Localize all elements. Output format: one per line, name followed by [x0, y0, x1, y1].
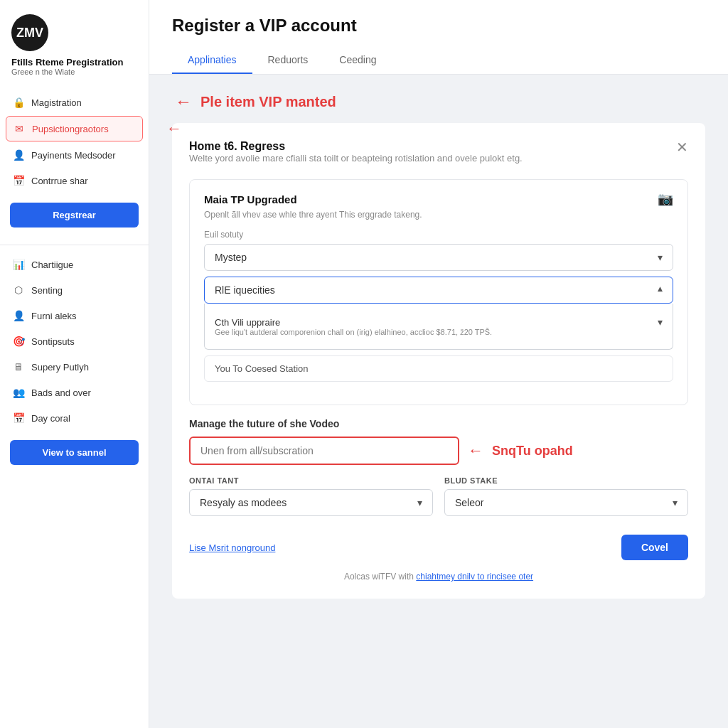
- hexagon-icon: ⬡: [13, 284, 24, 296]
- dropdown-rle-label: RlE iquecities: [215, 284, 275, 296]
- main-arrow-icon: ←: [175, 92, 192, 112]
- tab-applinaties[interactable]: Applinaties: [172, 47, 252, 74]
- two-col-fields: ONTAI TANT Resyaly as modees ▾ BLUD STAK…: [189, 476, 688, 522]
- upgrade-desc: Openlt ãll vhev ase whle thre ayent This…: [204, 210, 673, 220]
- bottom-note-text: Aolcas wiTFV with: [344, 572, 414, 582]
- logo-circle: ZMV: [11, 14, 48, 51]
- bottom-note: Aolcas wiTFV with chiahtmey dnilv to rin…: [189, 572, 688, 582]
- upgrade-box: Maia TP Upgraded 📷 Openlt ãll vhev ase w…: [189, 179, 688, 405]
- manage-label: Manage the tuture of she Vodeo: [189, 418, 688, 429]
- sidebar-divider: [0, 245, 149, 245]
- sidebar-item-sontipsuts[interactable]: 🎯 Sontipsuts: [6, 329, 143, 353]
- dropdown-option[interactable]: Cth Vili uppraire ▾ Gee liqu't autderal …: [215, 311, 663, 342]
- cal2-icon: 📅: [13, 412, 24, 424]
- sidebar-item-label: Chartiigue: [31, 259, 73, 270]
- field-label-ontai: ONTAI TANT: [189, 476, 433, 485]
- card-title-area: Home t6. Regress Welte yord avolie mare …: [189, 140, 523, 175]
- bottom-link[interactable]: chiahtmey dnilv to rincisee oter: [416, 572, 533, 582]
- option-label: Cth Vili uppraire: [215, 317, 280, 328]
- sidebar-item-label: Contrrue shar: [31, 176, 87, 186]
- tab-reduorts[interactable]: Reduorts: [252, 47, 324, 74]
- input-annotation-row: ← SnqTu opahd: [189, 437, 688, 465]
- sidebar-brand-sub: Greee n the Wiate: [11, 68, 75, 76]
- register-button[interactable]: Regstrear: [10, 203, 139, 228]
- sidebar-item-contrrue-shar[interactable]: 📅 Contrrue shar: [6, 168, 143, 193]
- sidebar-item-label: Day coral: [31, 413, 70, 424]
- sidebar: ZMV Ftills Rteme Pregistration Greee n t…: [0, 0, 149, 728]
- field-label-blud: BLUD STAKE: [444, 476, 688, 485]
- chevron-up-icon: ▾: [658, 284, 663, 296]
- subscration-input[interactable]: [189, 437, 459, 465]
- section-label: Euil sotuty: [204, 230, 673, 240]
- close-button[interactable]: ✕: [676, 140, 688, 154]
- chevron-down4-icon: ▾: [673, 497, 678, 508]
- sidebar-item-label: Payinents Medsoder: [31, 150, 116, 161]
- sidebar-item-pupsictiongraotors[interactable]: ✉ Pupsictiongraotors: [6, 116, 143, 141]
- sidebar-arrow-icon: ←: [166, 119, 182, 138]
- sidebar-item-payinents-medsoder[interactable]: 👤 Payinents Medsoder: [6, 143, 143, 167]
- monitor-icon: 🖥: [13, 361, 24, 373]
- mail-icon: ✉: [14, 123, 25, 134]
- main-content: Register a VIP account Applinaties Reduo…: [149, 0, 728, 728]
- view-sannel-button[interactable]: View to sannel: [10, 440, 139, 465]
- option-sub: Gee liqu't autderal comporenion chall on…: [215, 328, 663, 336]
- sidebar-item-furni-aleks[interactable]: 👤 Furni aleks: [6, 304, 143, 328]
- card-title: Home t6. Regress: [189, 140, 523, 153]
- dropdown-seleor[interactable]: Seleor ▾: [444, 489, 688, 516]
- input-arrow-icon: ←: [468, 441, 483, 460]
- sidebar-item-senting[interactable]: ⬡ Senting: [6, 278, 143, 302]
- upgrade-title: Maia TP Upgraded: [204, 193, 297, 205]
- sidebar-nav-bottom: 📊 Chartiigue ⬡ Senting 👤 Furni aleks 🎯 S…: [0, 252, 149, 430]
- link-msrit[interactable]: Lise Msrit nonground: [189, 542, 275, 553]
- field-blud-stake: BLUD STAKE Seleor ▾: [444, 476, 688, 522]
- sidebar-item-label: Magistration: [31, 97, 82, 108]
- page-title: Register a VIP account: [172, 16, 705, 36]
- dropdown-expanded-content: Cth Vili uppraire ▾ Gee liqu't autderal …: [204, 304, 673, 350]
- sidebar-item-label: Senting: [31, 285, 63, 296]
- sidebar-item-label: Sontipsuts: [31, 336, 75, 347]
- sidebar-item-magistration[interactable]: 🔒 Magistration: [6, 90, 143, 114]
- sidebar-item-label: Furni aleks: [31, 311, 77, 321]
- footer-actions: Lise Msrit nonground Covel: [189, 535, 688, 560]
- dropdown-resyaly[interactable]: Resyaly as modees ▾: [189, 489, 433, 516]
- person-icon: 👤: [13, 149, 24, 161]
- chevron-down-icon: ▾: [658, 252, 663, 263]
- main-annotation-text: Ple item VIP manted: [200, 94, 336, 110]
- sidebar-item-label: Bads and over: [31, 387, 91, 398]
- card-subtitle: Welte yord avolie mare cfialli sta toilt…: [189, 153, 523, 164]
- sidebar-item-day-coral[interactable]: 📅 Day coral: [6, 406, 143, 430]
- field-ontai-tant: ONTAI TANT Resyaly as modees ▾: [189, 476, 433, 522]
- dropdown-rle-iquecities[interactable]: RlE iquecities ▾: [204, 277, 673, 304]
- dropdown-mystep[interactable]: Mystep ▾: [204, 244, 673, 271]
- sidebar-item-label: Pupsictiongraotors: [32, 124, 109, 134]
- covel-button[interactable]: Covel: [621, 535, 688, 560]
- tab-bar: Applinaties Reduorts Ceeding: [172, 47, 705, 74]
- sidebar-brand-name: Ftills Rteme Pregistration: [11, 57, 123, 68]
- tab-ceeding[interactable]: Ceeding: [323, 47, 392, 74]
- calendar-icon: 📅: [13, 175, 24, 186]
- dropdown-mystep-label: Mystep: [215, 252, 247, 263]
- camera-icon: 📷: [658, 191, 673, 207]
- dropdown-resyaly-label: Resyaly as modees: [200, 497, 287, 508]
- chevron-down2-icon: ▾: [658, 316, 663, 328]
- card-header: Home t6. Regress Welte yord avolie mare …: [189, 140, 688, 175]
- sidebar-nav-top: 🔒 Magistration ✉ Pupsictiongraotors ← 👤 …: [0, 90, 149, 193]
- sidebar-item-bads-and-over[interactable]: 👥 Bads and over: [6, 380, 143, 405]
- sidebar-item-chartiigue[interactable]: 📊 Chartiigue: [6, 252, 143, 277]
- chart-icon: 📊: [13, 259, 24, 270]
- main-body: ← Ple item VIP manted Home t6. Regress W…: [149, 75, 728, 728]
- main-card: Home t6. Regress Welte yord avolie mare …: [172, 123, 705, 599]
- you-to-coesed: You To Coesed Station: [204, 355, 673, 382]
- sidebar-logo: ZMV Ftills Rteme Pregistration Greee n t…: [0, 14, 149, 90]
- logo-text: ZMV: [16, 26, 43, 41]
- input-annotation-text: SnqTu opahd: [492, 444, 573, 459]
- target-icon: 🎯: [13, 336, 24, 347]
- lock-icon: 🔒: [13, 97, 24, 108]
- person2-icon: 👤: [13, 310, 24, 321]
- sidebar-item-label: Supery Putlyh: [31, 362, 89, 373]
- group-icon: 👥: [13, 387, 24, 398]
- chevron-down3-icon: ▾: [417, 497, 422, 508]
- main-header: Register a VIP account Applinaties Reduo…: [149, 0, 728, 75]
- sidebar-item-supery-putlyh[interactable]: 🖥 Supery Putlyh: [6, 355, 143, 379]
- dropdown-seleor-label: Seleor: [455, 497, 483, 508]
